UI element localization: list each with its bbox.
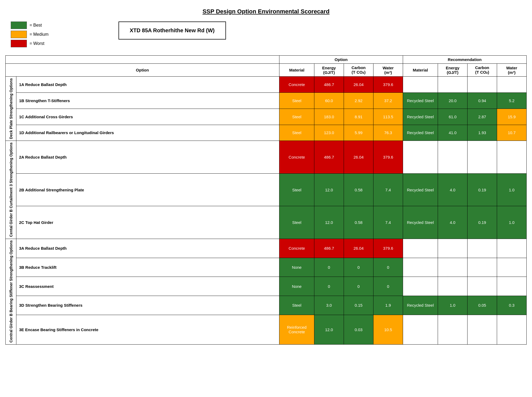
rec-energy-cell: 1.0 — [438, 296, 468, 315]
opt-water-cell: 379.6 — [373, 77, 403, 93]
legend-best-box — [11, 22, 27, 29]
opt-water-header: Water(m³) — [373, 64, 403, 77]
opt-carbon-cell: 26.04 — [344, 77, 373, 93]
opt-energy-cell: 0 — [314, 277, 344, 296]
table-row: Deck Plate Strengthening Options1A Reduc… — [6, 77, 527, 93]
opt-water-cell: 76.3 — [373, 125, 403, 141]
rec-carbon-header: Carbon(T CO₂) — [468, 64, 497, 77]
opt-carbon-cell: 0 — [344, 277, 373, 296]
section-label: Deck Plate Strengthening Options — [6, 77, 16, 141]
rec-water-cell: 1.0 — [497, 173, 527, 206]
rec-carbon-cell — [468, 239, 497, 258]
opt-carbon-cell: 0.58 — [344, 206, 373, 239]
opt-carbon-cell: 0.58 — [344, 173, 373, 206]
rec-material-cell: Recycled Steel — [403, 125, 438, 141]
sub-option-label: 3B Reduce Tracklift — [16, 258, 279, 277]
opt-material-cell: None — [279, 258, 314, 277]
opt-carbon-cell: 0.15 — [344, 296, 373, 315]
opt-material-cell: Reinforced Concrete — [279, 315, 314, 345]
rec-carbon-cell: 0.19 — [468, 173, 497, 206]
sub-option-label: 1C Additional Cross Girders — [16, 109, 279, 125]
rec-energy-cell — [438, 315, 468, 345]
opt-energy-cell: 123.0 — [314, 125, 344, 141]
rec-energy-cell: 4.0 — [438, 173, 468, 206]
rec-water-cell — [497, 315, 527, 345]
rec-energy-cell: 20.0 — [438, 92, 468, 109]
rec-carbon-cell — [468, 77, 497, 93]
rec-carbon-cell — [468, 315, 497, 345]
table-row: 2C Top Hat GirderSteel12.00.587.4Recycle… — [6, 206, 527, 239]
rec-material-cell — [403, 141, 438, 174]
rec-material-header: Material — [403, 64, 438, 77]
rec-material-cell: Recycled Steel — [403, 92, 438, 109]
rec-material-cell: Recycled Steel — [403, 206, 438, 239]
rec-water-cell: 0.3 — [497, 296, 527, 315]
opt-water-cell: 7.4 — [373, 206, 403, 239]
section-label: Central Girder B Bearing Stiffener Stren… — [6, 239, 16, 344]
rec-water-cell — [497, 77, 527, 93]
opt-material-cell: Concrete — [279, 239, 314, 258]
option-group-header: Option — [279, 56, 403, 64]
opt-water-cell: 1.9 — [373, 296, 403, 315]
opt-energy-cell: 3.0 — [314, 296, 344, 315]
option-col-header — [6, 56, 279, 64]
opt-carbon-cell: 26.04 — [344, 239, 373, 258]
opt-material-cell: Steel — [279, 296, 314, 315]
opt-material-cell: Concrete — [279, 141, 314, 174]
table-row: 3C ReassessmentNone000 — [6, 277, 527, 296]
opt-water-cell: 379.6 — [373, 239, 403, 258]
table-row: 2B Additional Strengthening PlateSteel12… — [6, 173, 527, 206]
opt-water-cell: 7.4 — [373, 173, 403, 206]
opt-carbon-cell: 8.91 — [344, 109, 373, 125]
rec-water-cell — [497, 258, 527, 277]
page-title: SSP Design Option Environmental Scorecar… — [5, 8, 527, 15]
legend-best-label: = Best — [30, 23, 42, 28]
table-row: 3D Strengthen Bearing StiffenersSteel3.0… — [6, 296, 527, 315]
opt-energy-header: Energy(GJ/T) — [314, 64, 344, 77]
legend-worst-box — [11, 40, 27, 47]
opt-material-cell: Steel — [279, 206, 314, 239]
rec-water-cell — [497, 277, 527, 296]
opt-energy-cell: 486.7 — [314, 239, 344, 258]
rec-material-cell: Recycled Steel — [403, 109, 438, 125]
rec-carbon-cell — [468, 258, 497, 277]
rec-energy-cell — [438, 239, 468, 258]
sub-option-label: 2A Reduce Ballast Depth — [16, 141, 279, 174]
rec-energy-cell — [438, 141, 468, 174]
sub-option-label: 3A Reduce Ballast Depth — [16, 239, 279, 258]
rec-carbon-cell — [468, 141, 497, 174]
rec-water-cell: 5.2 — [497, 92, 527, 109]
opt-energy-cell: 60.0 — [314, 92, 344, 109]
section-label: Cental Girder B Curtailment 3 Strengthen… — [6, 141, 16, 239]
opt-energy-cell: 486.7 — [314, 141, 344, 174]
opt-water-cell: 0 — [373, 258, 403, 277]
rec-carbon-cell: 0.19 — [468, 206, 497, 239]
opt-carbon-cell: 5.99 — [344, 125, 373, 141]
sub-option-label: 1A Reduce Ballast Depth — [16, 77, 279, 93]
rec-material-cell — [403, 77, 438, 93]
opt-material-cell: Steel — [279, 125, 314, 141]
opt-material-header: Material — [279, 64, 314, 77]
rec-carbon-cell — [468, 277, 497, 296]
sub-option-label: 3C Reassessment — [16, 277, 279, 296]
rec-carbon-cell: 0.05 — [468, 296, 497, 315]
rec-energy-cell: 41.0 — [438, 125, 468, 141]
opt-energy-cell: 0 — [314, 258, 344, 277]
table-row: 3E Encase Bearing Stiffeners in Concrete… — [6, 315, 527, 345]
sub-option-label: 3D Strengthen Bearing Stiffeners — [16, 296, 279, 315]
rec-water-header: Water(m³) — [497, 64, 527, 77]
opt-carbon-cell: 26.04 — [344, 141, 373, 174]
rec-material-cell — [403, 239, 438, 258]
sub-option-label: 1B Strengthen T-Stiffeners — [16, 92, 279, 109]
rec-water-cell: 1.0 — [497, 206, 527, 239]
rec-water-cell — [497, 141, 527, 174]
opt-material-cell: Steel — [279, 109, 314, 125]
table-row: 1C Additional Cross GirdersSteel183.08.9… — [6, 109, 527, 125]
legend-best: = Best — [11, 22, 49, 29]
legend-worst: = Worst — [11, 40, 49, 47]
rec-carbon-cell: 0.94 — [468, 92, 497, 109]
rec-water-cell — [497, 239, 527, 258]
rec-carbon-cell: 2.87 — [468, 109, 497, 125]
table-row: Central Girder B Bearing Stiffener Stren… — [6, 239, 527, 258]
legend-medium-box — [11, 31, 27, 38]
